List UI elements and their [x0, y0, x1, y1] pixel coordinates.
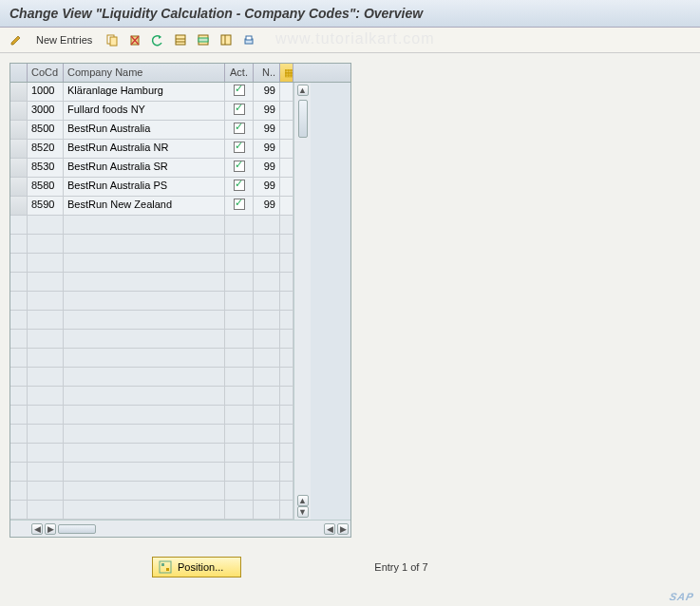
cell-name[interactable]: BestRun Australia — [64, 121, 225, 139]
position-button[interactable]: Position... — [152, 557, 241, 578]
cell-n[interactable] — [254, 235, 280, 253]
cell-cocd[interactable]: 8530 — [28, 159, 64, 177]
row-selector[interactable] — [10, 273, 28, 291]
undo-icon[interactable] — [149, 31, 166, 48]
select-all-icon[interactable] — [172, 31, 189, 48]
cell-cocd[interactable]: 8500 — [28, 121, 64, 139]
scroll-left-icon[interactable]: ◀ — [31, 523, 43, 535]
cell-name[interactable] — [64, 444, 225, 462]
cell-cocd[interactable]: 8520 — [28, 140, 64, 158]
row-selector[interactable] — [10, 406, 28, 424]
row-selector[interactable] — [10, 330, 28, 348]
cell-name[interactable]: BestRun New Zealand — [64, 197, 225, 215]
row-selector[interactable] — [10, 292, 28, 310]
cell-cocd[interactable] — [28, 349, 64, 367]
row-selector[interactable] — [10, 159, 28, 177]
row-selector[interactable] — [10, 197, 28, 215]
cell-n[interactable] — [254, 482, 280, 500]
row-selector[interactable] — [10, 463, 28, 481]
scroll-right-icon[interactable]: ▶ — [45, 523, 56, 535]
cell-name[interactable] — [64, 425, 225, 443]
scroll-up-icon[interactable]: ▲ — [297, 85, 309, 96]
cell-cocd[interactable] — [28, 273, 64, 291]
row-selector[interactable] — [10, 482, 28, 500]
column-header-name[interactable]: Company Name — [64, 64, 225, 82]
cell-cocd[interactable] — [28, 406, 64, 424]
cell-n[interactable]: 99 — [254, 102, 280, 120]
cell-name[interactable] — [64, 273, 225, 291]
toggle-display-change-icon[interactable] — [8, 31, 25, 48]
cell-name[interactable] — [64, 387, 225, 405]
cell-n[interactable] — [254, 425, 280, 443]
row-selector[interactable] — [10, 235, 28, 253]
cell-n[interactable] — [254, 330, 280, 348]
cell-n[interactable]: 99 — [254, 159, 280, 177]
cell-name[interactable] — [64, 235, 225, 253]
cell-n[interactable]: 99 — [254, 83, 280, 101]
cell-name[interactable] — [64, 330, 225, 348]
cell-n[interactable] — [254, 406, 280, 424]
cell-name[interactable]: BestRun Australia SR — [64, 159, 225, 177]
deselect-all-icon[interactable] — [218, 31, 235, 48]
scroll-left2-icon[interactable]: ◀ — [324, 523, 335, 535]
cell-cocd[interactable] — [28, 292, 64, 310]
scroll-thumb[interactable] — [298, 100, 308, 138]
cell-cocd[interactable] — [28, 368, 64, 386]
column-header-cocd[interactable]: CoCd — [28, 64, 64, 82]
column-header-selector[interactable] — [10, 64, 28, 82]
cell-name[interactable] — [64, 406, 225, 424]
cell-n[interactable] — [254, 216, 280, 234]
column-config-icon[interactable]: ▦ — [280, 64, 293, 82]
cell-cocd[interactable]: 8580 — [28, 178, 64, 196]
cell-cocd[interactable]: 8590 — [28, 197, 64, 215]
cell-cocd[interactable] — [28, 387, 64, 405]
delete-icon[interactable] — [126, 31, 143, 48]
row-selector[interactable] — [10, 254, 28, 272]
hscroll-thumb[interactable] — [58, 524, 96, 534]
cell-n[interactable] — [254, 292, 280, 310]
cell-n[interactable]: 99 — [254, 178, 280, 196]
cell-n[interactable] — [254, 501, 280, 519]
active-checkbox[interactable] — [234, 142, 245, 153]
scroll-up2-icon[interactable]: ▲ — [297, 495, 309, 506]
cell-cocd[interactable]: 1000 — [28, 83, 64, 101]
active-checkbox[interactable] — [234, 85, 245, 96]
active-checkbox[interactable] — [234, 199, 245, 210]
cell-n[interactable] — [254, 368, 280, 386]
vertical-scrollbar[interactable]: ▲ ▲ ▼ — [293, 83, 311, 520]
cell-cocd[interactable] — [28, 254, 64, 272]
cell-n[interactable]: 99 — [254, 121, 280, 139]
active-checkbox[interactable] — [234, 161, 245, 172]
cell-name[interactable]: BestRun Australia NR — [64, 140, 225, 158]
cell-name[interactable] — [64, 463, 225, 481]
cell-name[interactable] — [64, 501, 225, 519]
cell-n[interactable] — [254, 387, 280, 405]
cell-n[interactable] — [254, 254, 280, 272]
horizontal-scrollbar[interactable]: ◀ ▶ ◀ ▶ — [10, 520, 350, 537]
row-selector[interactable] — [10, 444, 28, 462]
scroll-right2-icon[interactable]: ▶ — [337, 523, 349, 535]
row-selector[interactable] — [10, 102, 28, 120]
cell-name[interactable]: BestRun Australia PS — [64, 178, 225, 196]
cell-name[interactable] — [64, 368, 225, 386]
cell-name[interactable] — [64, 292, 225, 310]
row-selector[interactable] — [10, 501, 28, 519]
row-selector[interactable] — [10, 140, 28, 158]
cell-n[interactable] — [254, 311, 280, 329]
cell-cocd[interactable]: 3000 — [28, 102, 64, 120]
active-checkbox[interactable] — [234, 123, 245, 134]
cell-cocd[interactable] — [28, 482, 64, 500]
cell-name[interactable] — [64, 216, 225, 234]
row-selector[interactable] — [10, 216, 28, 234]
cell-n[interactable] — [254, 463, 280, 481]
cell-name[interactable] — [64, 311, 225, 329]
copy-icon[interactable] — [104, 31, 121, 48]
row-selector[interactable] — [10, 311, 28, 329]
cell-cocd[interactable] — [28, 330, 64, 348]
cell-name[interactable] — [64, 254, 225, 272]
row-selector[interactable] — [10, 83, 28, 101]
cell-n[interactable] — [254, 349, 280, 367]
active-checkbox[interactable] — [234, 104, 245, 115]
cell-name[interactable] — [64, 482, 225, 500]
row-selector[interactable] — [10, 349, 28, 367]
